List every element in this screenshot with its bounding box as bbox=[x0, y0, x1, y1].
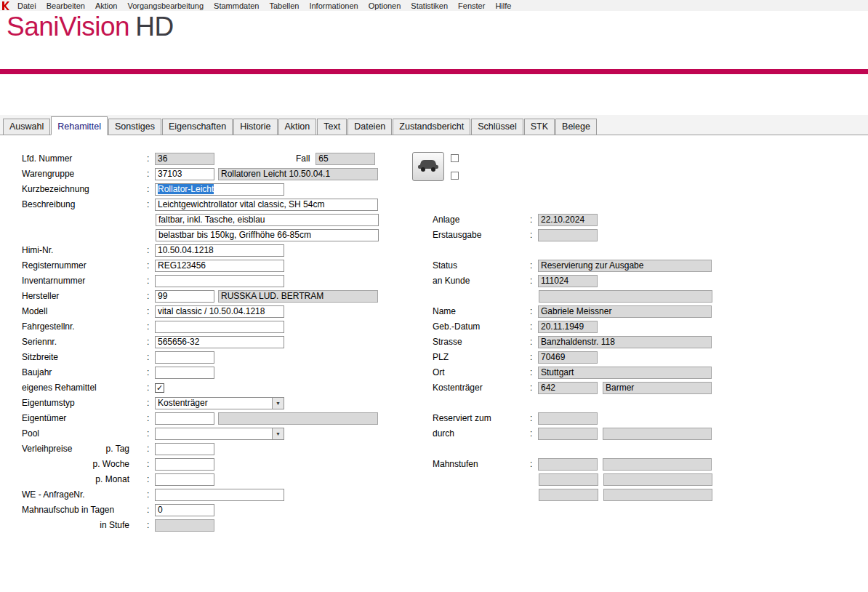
row-we-anfragenr: WE - AnfrageNr. bbox=[22, 488, 284, 501]
row-modell: Modell bbox=[22, 305, 284, 318]
menu-tabellen[interactable]: Tabellen bbox=[264, 1, 304, 11]
tab-bar: Auswahl Rehamittel Sonstiges Eigenschaft… bbox=[0, 115, 868, 135]
row-lfd-nummer: Lfd. Nummer 36 Fall 65 bbox=[22, 152, 375, 165]
tab-belege[interactable]: Belege bbox=[555, 119, 597, 135]
row-in-stufe: in Stufe bbox=[22, 519, 214, 532]
an-kunde-label: an Kunde bbox=[433, 276, 530, 286]
modell-input[interactable] bbox=[155, 305, 284, 318]
verleihpreis-monat-input[interactable] bbox=[155, 473, 214, 486]
beschreibung-line2-input[interactable] bbox=[156, 214, 379, 226]
menu-optionen[interactable]: Optionen bbox=[363, 1, 406, 11]
row-hersteller: Hersteller RUSSKA LUD. BERTRAM bbox=[22, 289, 378, 303]
sitzbreite-input[interactable] bbox=[155, 351, 214, 364]
seriennr-input[interactable] bbox=[155, 336, 284, 348]
mahnstufen-field-1b bbox=[603, 458, 712, 471]
kurzbezeichnung-input[interactable]: Rollator-Leicht bbox=[155, 183, 284, 196]
vehicle-button[interactable] bbox=[412, 152, 444, 181]
app-window: Datei Bearbeiten Aktion Vorgangsbearbeit… bbox=[0, 0, 868, 592]
we-anfragenr-input[interactable] bbox=[155, 489, 284, 501]
tab-zustandsbericht[interactable]: Zustandsbericht bbox=[393, 119, 470, 135]
anlage-field: 22.10.2024 bbox=[538, 214, 598, 226]
eigenes-rehamittel-checkbox[interactable]: ✓ bbox=[155, 383, 164, 393]
tab-auswahl[interactable]: Auswahl bbox=[3, 119, 50, 135]
eigentuemer-code-input[interactable] bbox=[155, 412, 214, 425]
menu-stammdaten[interactable]: Stammdaten bbox=[209, 1, 264, 11]
strasse-field: Banzhaldenstr. 118 bbox=[538, 336, 712, 348]
row-eigentuemer: Eigentümer bbox=[22, 412, 378, 425]
car-option-checkbox-2[interactable] bbox=[451, 172, 459, 180]
hersteller-code-input[interactable] bbox=[155, 290, 214, 303]
hersteller-label: Hersteller bbox=[22, 291, 147, 301]
inventarnummer-input[interactable] bbox=[155, 275, 284, 287]
tab-dateien[interactable]: Dateien bbox=[347, 119, 392, 135]
car-icon bbox=[417, 159, 439, 175]
row-mahnstufen-1: Mahnstufen bbox=[433, 457, 712, 471]
registernummer-input[interactable] bbox=[155, 260, 284, 272]
mahnaufschub-label: Mahnaufschub in Tagen bbox=[22, 505, 147, 515]
erstausgabe-field bbox=[538, 229, 598, 241]
chevron-down-icon[interactable]: ▼ bbox=[272, 398, 284, 409]
tab-rehamittel[interactable]: Rehamittel bbox=[51, 116, 108, 135]
verleihpreis-woche-input[interactable] bbox=[155, 458, 214, 471]
row-inventarnummer: Inventarnummer bbox=[22, 274, 284, 287]
chevron-down-icon[interactable]: ▼ bbox=[272, 428, 284, 439]
fahrgestellnr-input[interactable] bbox=[155, 321, 284, 333]
colon-separator bbox=[147, 199, 155, 209]
tab-schluessel[interactable]: Schlüssel bbox=[471, 119, 523, 135]
row-reserviert-zum: Reserviert zum bbox=[433, 412, 598, 425]
row-erstausgabe: Erstausgabe bbox=[433, 228, 598, 241]
plz-label: PLZ bbox=[433, 352, 530, 362]
seriennr-label: Seriennr. bbox=[22, 337, 147, 347]
mahnstufen-field-2b bbox=[603, 473, 712, 486]
mahnstufen-field-3a bbox=[539, 489, 598, 501]
menu-datei[interactable]: Datei bbox=[12, 1, 41, 11]
colon-separator bbox=[530, 306, 538, 316]
colon-separator bbox=[147, 398, 155, 408]
tab-sonstiges[interactable]: Sonstiges bbox=[108, 119, 161, 135]
himi-nr-input[interactable] bbox=[155, 244, 284, 257]
beschreibung-line1-input[interactable] bbox=[155, 199, 378, 211]
verleihpreis-tag-input[interactable] bbox=[155, 443, 214, 455]
row-himi-nr: Himi-Nr. bbox=[22, 244, 284, 257]
tab-stk[interactable]: STK bbox=[524, 119, 555, 135]
menu-statistiken[interactable]: Statistiken bbox=[406, 1, 453, 11]
colon-separator bbox=[147, 444, 155, 454]
row-verleihpreis-woche: p. Woche bbox=[22, 457, 214, 471]
menu-informationen[interactable]: Informationen bbox=[304, 1, 363, 11]
row-name: Name Gabriele Meissner bbox=[433, 305, 712, 318]
beschreibung-line3-input[interactable] bbox=[156, 229, 379, 241]
car-option-checkbox-1[interactable] bbox=[451, 154, 459, 162]
eigentumstyp-select[interactable]: Kostenträger ▼ bbox=[155, 397, 284, 409]
tab-aktion[interactable]: Aktion bbox=[278, 119, 317, 135]
app-icon bbox=[1, 1, 10, 10]
menu-fenster[interactable]: Fenster bbox=[453, 1, 490, 11]
pool-select[interactable]: ▼ bbox=[155, 428, 284, 440]
menu-bearbeiten[interactable]: Bearbeiten bbox=[41, 1, 90, 11]
row-an-kunde: an Kunde 111024 bbox=[433, 274, 598, 287]
menu-hilfe[interactable]: Hilfe bbox=[490, 1, 516, 11]
colon-separator bbox=[530, 459, 538, 469]
sitzbreite-label: Sitzbreite bbox=[22, 352, 147, 362]
colon-separator bbox=[530, 260, 538, 271]
lfd-nummer-label: Lfd. Nummer bbox=[22, 153, 147, 164]
tab-historie[interactable]: Historie bbox=[233, 119, 277, 135]
menu-vorgangsbearbeitung[interactable]: Vorgangsbearbeitung bbox=[122, 1, 209, 11]
tab-eigenschaften[interactable]: Eigenschaften bbox=[162, 119, 233, 135]
check-icon: ✓ bbox=[156, 383, 163, 392]
row-baujahr: Baujahr bbox=[22, 366, 214, 379]
colon-separator bbox=[147, 184, 155, 194]
tab-text[interactable]: Text bbox=[317, 119, 347, 135]
mahnaufschub-input[interactable] bbox=[155, 504, 214, 516]
row-eigenes-rehamittel: eigenes Rehamittel ✓ bbox=[22, 381, 164, 394]
menu-aktion[interactable]: Aktion bbox=[90, 1, 123, 11]
p-tag-label: p. Tag bbox=[106, 444, 129, 454]
row-warengruppe: Warengruppe Rollatoren Leicht 10.50.04.1 bbox=[22, 167, 378, 180]
p-woche-label: p. Woche bbox=[22, 459, 147, 469]
lfd-nummer-field: 36 bbox=[155, 153, 214, 165]
name-label: Name bbox=[433, 306, 530, 316]
warengruppe-code-input[interactable] bbox=[155, 168, 214, 180]
geb-datum-field: 20.11.1949 bbox=[538, 321, 598, 333]
hersteller-text-field: RUSSKA LUD. BERTRAM bbox=[218, 290, 378, 303]
reserviert-zum-label: Reserviert zum bbox=[433, 413, 530, 423]
baujahr-input[interactable] bbox=[155, 367, 214, 379]
